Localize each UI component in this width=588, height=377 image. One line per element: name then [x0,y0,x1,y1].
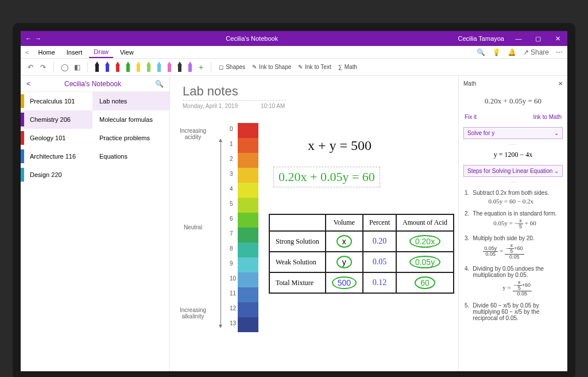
ink-to-math-button[interactable]: Ink to Math [533,114,562,120]
highlighter-yellow[interactable] [135,61,142,73]
shapes-button[interactable]: ◻ Shapes [216,63,247,71]
eraser-icon[interactable]: ◧ [72,62,82,72]
page-item[interactable]: Equations [92,147,169,166]
tab-view[interactable]: View [115,47,138,57]
fix-it-button[interactable]: Fix it [465,114,477,120]
tab-draw[interactable]: Draw [89,47,113,58]
window-title: Cecilia's Notebook [46,35,458,42]
ph-block: 7 [238,228,258,243]
solving-step: 1Subtract 0.2x from both sides.0.05y = 6… [465,190,562,205]
ph-block: 11 [238,287,258,302]
tab-home[interactable]: Home [33,47,59,57]
tab-insert[interactable]: Insert [62,47,87,57]
ink-to-shape-button[interactable]: ✎ Ink to Shape [250,63,293,71]
minimize-icon[interactable]: — [509,35,528,43]
navigation-pane: < Cecilia's Notebook 🔍 Precalculus 101Ch… [21,76,170,371]
maximize-icon[interactable]: ▢ [528,35,548,43]
notification-icon[interactable]: 🔔 [508,48,516,56]
ph-block: 5 [238,198,258,213]
ph-block: 10 [238,272,258,287]
ph-block: 13 [238,317,258,332]
page-time: 10:10 AM [261,103,285,109]
nav-back-icon[interactable]: ← [25,35,32,42]
highlighter-pink[interactable] [166,61,173,73]
ph-block: 12 [238,302,258,317]
solving-step: 3Multiply both side by 20.0.05y0.05 = −x… [465,235,562,260]
pen-purple[interactable] [187,61,194,73]
ph-block: 2 [238,153,258,168]
share-button[interactable]: ↗ Share [523,48,549,56]
solution-table: Volume Percent Amount of Acid Strong Sol… [269,214,454,294]
overflow-icon[interactable]: ⋯ [556,48,563,56]
pen-red[interactable] [114,61,121,73]
solving-step: 5Divide 60 − x/5 by 0.05 by multiplying … [465,302,562,323]
search-icon[interactable]: 🔍 [477,48,485,56]
ink-to-text-button[interactable]: ✎ Ink to Text [296,63,333,71]
add-pen-icon[interactable]: + [196,63,206,72]
lasso-icon[interactable]: ◯ [59,62,69,72]
highlighter-blue[interactable] [156,61,163,73]
page-canvas[interactable]: Lab notes Monday, April 1, 2019 10:10 AM… [170,76,458,371]
math-pane-title: Math [463,80,476,87]
math-equation: 0.20x + 0.05y = 60 [459,91,567,111]
undo-icon[interactable]: ↶ [25,62,36,72]
close-icon[interactable]: ✕ [548,35,567,43]
section-item[interactable]: Architecture 116 [21,147,92,166]
ph-block: 8 [238,243,258,257]
ribbon-back-icon[interactable]: < [25,49,29,56]
notebook-name[interactable]: Cecilia's Notebook [64,80,121,88]
ph-block: 0 [238,123,258,138]
chevron-down-icon: ⌄ [554,168,559,174]
nav-search-icon[interactable]: 🔍 [155,80,164,88]
nav-fwd-icon[interactable]: → [35,35,41,42]
page-item[interactable]: Molecular formulas [92,110,169,129]
highlighter-green[interactable] [145,61,152,73]
pen-green[interactable] [125,61,131,73]
pen-thick-black[interactable] [176,61,183,73]
ph-block: 4 [238,183,258,198]
ph-block: 6 [238,213,258,228]
pen-blue[interactable] [104,61,111,73]
solving-step: 4Dividing by 0.05 undoes the multiplicat… [465,266,562,297]
chevron-down-icon: ⌄ [554,130,559,136]
page-title[interactable]: Lab notes [183,84,286,101]
math-pane-close-icon[interactable]: ✕ [558,80,563,87]
page-date: Monday, April 1, 2019 [183,103,238,109]
steps-dropdown[interactable]: Steps for Solving Linear Equation⌄ [463,165,563,177]
solve-result: y = 1200 − 4x [459,147,567,163]
ph-block: 3 [238,168,258,183]
lightbulb-icon[interactable]: 💡 [492,48,501,56]
ph-block: 9 [238,257,258,272]
ph-block: 1 [238,138,258,153]
page-item[interactable]: Lab notes [92,92,169,110]
page-item[interactable]: Practice problems [92,129,169,147]
equation-1: x + y = 500 [308,138,372,153]
equation-2-selected[interactable]: 0.20x + 0.05y = 60 [273,167,380,187]
section-item[interactable]: Chemistry 206 [21,110,92,129]
pen-black[interactable] [94,61,100,73]
math-button[interactable]: ∑ Math [336,63,359,71]
solve-for-dropdown[interactable]: Solve for y⌄ [463,127,563,139]
math-pane: Math ✕ 0.20x + 0.05y = 60 Fix it Ink to … [458,76,567,371]
user-name[interactable]: Cecilia Tamayoa [458,35,509,42]
solving-step: 2The equation is in standard form.0.05y … [465,210,562,229]
section-item[interactable]: Design 220 [21,166,92,184]
nav-pane-back-icon[interactable]: < [26,80,30,88]
section-item[interactable]: Geology 101 [21,129,92,147]
redo-icon[interactable]: ↷ [38,62,48,72]
section-item[interactable]: Precalculus 101 [21,92,92,110]
